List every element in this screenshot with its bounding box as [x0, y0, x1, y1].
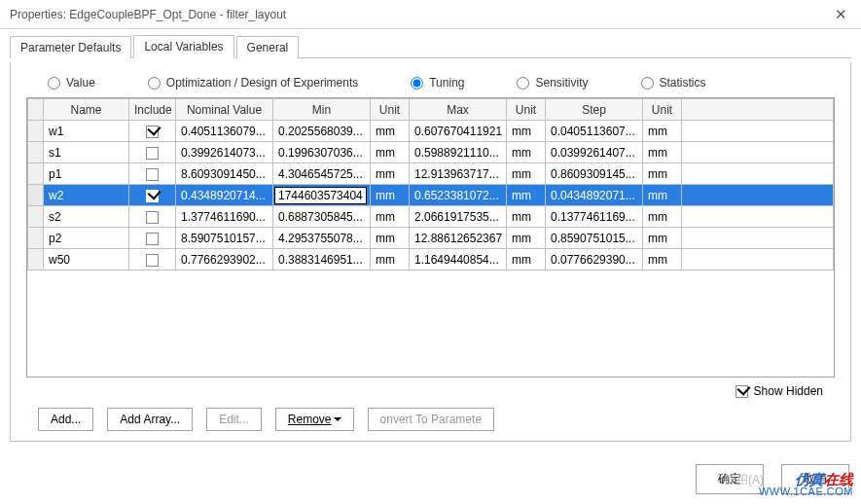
- min-edit-input[interactable]: [274, 187, 367, 204]
- table-row[interactable]: w500.7766293902...0.3883146951...mm1.164…: [28, 249, 834, 270]
- cell-step[interactable]: 0.0405113607...: [546, 121, 643, 142]
- row-handle[interactable]: [28, 121, 44, 142]
- cell-min[interactable]: 4.3046545725...: [273, 163, 371, 185]
- radio-sensitivity[interactable]: Sensitivity: [517, 76, 588, 90]
- cell-min[interactable]: 0.2025568039...: [273, 121, 371, 142]
- cell-nominal[interactable]: 1.3774611690...: [176, 206, 273, 228]
- convert-button[interactable]: onvert To Paramete: [368, 408, 495, 431]
- cell-include[interactable]: [129, 228, 176, 249]
- cell-min[interactable]: 0.1996307036...: [273, 142, 371, 163]
- cell-include[interactable]: [129, 206, 176, 228]
- include-checkbox[interactable]: [146, 147, 159, 160]
- show-hidden-checkbox[interactable]: Show Hidden: [735, 384, 823, 398]
- col-unit-1[interactable]: Unit: [371, 99, 410, 121]
- cell-unit[interactable]: mm: [643, 249, 682, 270]
- cell-name[interactable]: w50: [44, 249, 129, 270]
- cell-max[interactable]: 2.0661917535...: [410, 206, 507, 228]
- row-handle[interactable]: [28, 142, 44, 163]
- cell-name[interactable]: p2: [44, 228, 129, 249]
- cell-unit[interactable]: mm: [371, 163, 410, 185]
- cell-name[interactable]: s2: [44, 206, 129, 228]
- row-handle[interactable]: [28, 185, 44, 206]
- ok-button[interactable]: 确定: [696, 464, 764, 494]
- cell-unit[interactable]: mm: [371, 249, 410, 270]
- cell-unit[interactable]: mm: [507, 142, 546, 163]
- cell-unit[interactable]: mm: [371, 121, 410, 142]
- cell-nominal[interactable]: 8.5907510157...: [176, 228, 273, 249]
- col-unit-3[interactable]: Unit: [643, 99, 682, 121]
- radio-optimization[interactable]: Optimization / Design of Experiments: [148, 76, 358, 90]
- cell-unit[interactable]: mm: [371, 228, 410, 249]
- cell-unit[interactable]: mm: [507, 206, 546, 228]
- cell-unit[interactable]: mm: [643, 185, 682, 206]
- cell-min[interactable]: 4.2953755078...: [273, 228, 371, 249]
- cell-max[interactable]: 0.5988921110...: [410, 142, 507, 163]
- cell-unit[interactable]: mm: [643, 163, 682, 185]
- table-row[interactable]: s21.3774611690...0.6887305845...mm2.0661…: [28, 206, 834, 228]
- cell-unit[interactable]: mm: [643, 121, 682, 142]
- cell-unit[interactable]: mm: [507, 249, 546, 270]
- row-handle[interactable]: [28, 163, 44, 185]
- cell-step[interactable]: 0.0434892071...: [546, 185, 643, 206]
- add-button[interactable]: Add...: [38, 408, 93, 431]
- cell-step[interactable]: 0.8609309145...: [546, 163, 643, 185]
- cell-step[interactable]: 0.0776629390...: [546, 249, 643, 270]
- cell-name[interactable]: s1: [44, 142, 129, 163]
- include-checkbox[interactable]: [146, 126, 159, 138]
- remove-button[interactable]: Remove: [275, 408, 354, 431]
- cell-min[interactable]: [273, 185, 371, 206]
- cell-unit[interactable]: mm: [371, 206, 410, 228]
- include-checkbox[interactable]: [146, 254, 159, 267]
- cell-unit[interactable]: mm: [643, 206, 682, 228]
- cell-step[interactable]: 0.1377461169...: [546, 206, 643, 228]
- radio-value[interactable]: Value: [48, 76, 95, 90]
- col-name[interactable]: Name: [44, 99, 129, 121]
- cell-unit[interactable]: mm: [371, 185, 410, 206]
- col-unit-2[interactable]: Unit: [507, 99, 546, 121]
- edit-button[interactable]: Edit...: [206, 408, 262, 431]
- cell-min[interactable]: 0.6887305845...: [273, 206, 371, 228]
- include-checkbox[interactable]: [146, 190, 159, 202]
- table-row[interactable]: s10.3992614073...0.1996307036...mm0.5988…: [28, 142, 834, 163]
- col-nominal[interactable]: Nominal Value: [176, 99, 273, 121]
- close-icon[interactable]: ✕: [829, 6, 853, 23]
- cell-nominal[interactable]: 0.7766293902...: [176, 249, 273, 270]
- cell-name[interactable]: w2: [44, 185, 129, 206]
- include-checkbox[interactable]: [146, 233, 159, 245]
- radio-tuning[interactable]: Tuning: [411, 76, 464, 90]
- col-include[interactable]: Include: [129, 99, 176, 121]
- cell-unit[interactable]: mm: [371, 142, 410, 163]
- col-max[interactable]: Max: [410, 99, 507, 121]
- cell-max[interactable]: 0.607670411921: [410, 121, 507, 142]
- row-handle[interactable]: [28, 228, 44, 249]
- cell-step[interactable]: 0.8590751015...: [546, 228, 643, 249]
- include-checkbox[interactable]: [146, 168, 159, 181]
- cell-name[interactable]: w1: [44, 121, 129, 142]
- radio-statistics[interactable]: Statistics: [641, 76, 706, 90]
- cell-unit[interactable]: mm: [507, 185, 546, 206]
- cell-include[interactable]: [129, 163, 176, 185]
- cell-min[interactable]: 0.3883146951...: [273, 249, 371, 270]
- cell-max[interactable]: 1.1649440854...: [410, 249, 507, 270]
- cell-include[interactable]: [129, 185, 176, 206]
- cell-max[interactable]: 0.6523381072...: [410, 185, 507, 206]
- cell-unit[interactable]: mm: [507, 121, 546, 142]
- cell-step[interactable]: 0.0399261407...: [546, 142, 643, 163]
- cell-nominal[interactable]: 0.4348920714...: [176, 185, 273, 206]
- cell-unit[interactable]: mm: [643, 142, 682, 163]
- cell-max[interactable]: 12.88612652367: [410, 228, 507, 249]
- col-min[interactable]: Min: [273, 99, 371, 121]
- col-step[interactable]: Step: [546, 99, 643, 121]
- tab-parameter-defaults[interactable]: Parameter Defaults: [10, 36, 131, 58]
- table-row[interactable]: p28.5907510157...4.2953755078...mm12.886…: [28, 228, 834, 249]
- cell-nominal[interactable]: 8.6093091450...: [176, 163, 273, 185]
- cell-include[interactable]: [129, 249, 176, 270]
- row-handle[interactable]: [28, 206, 44, 228]
- cancel-button[interactable]: 取消: [781, 464, 849, 494]
- tab-local-variables[interactable]: Local Variables: [133, 35, 233, 58]
- tab-general[interactable]: General: [236, 36, 300, 58]
- include-checkbox[interactable]: [146, 211, 159, 224]
- cell-unit[interactable]: mm: [643, 228, 682, 249]
- table-row[interactable]: w10.4051136079...0.2025568039...mm0.6076…: [28, 121, 834, 142]
- table-row[interactable]: w20.4348920714...mm0.6523381072...mm0.04…: [28, 185, 834, 206]
